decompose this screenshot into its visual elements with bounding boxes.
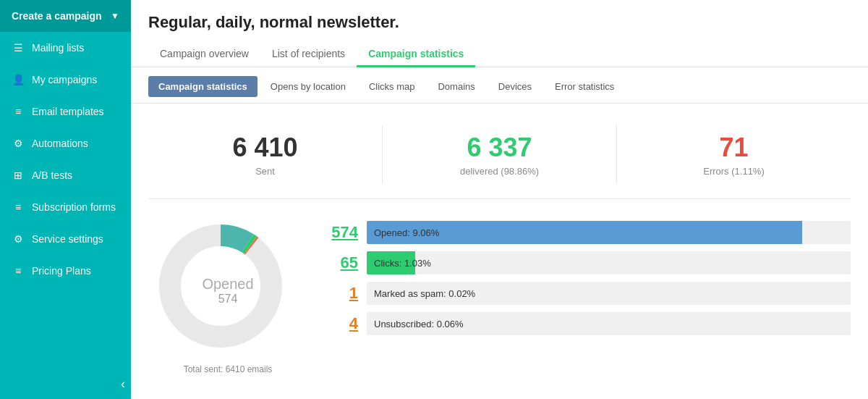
sidebar-item-pricing-plans[interactable]: ≡ Pricing Plans <box>0 255 131 287</box>
sidebar-label-ab-tests: A/B tests <box>32 169 72 181</box>
tab-primary-campaign-statistics[interactable]: Campaign statistics <box>357 42 475 67</box>
tab-primary-campaign-overview[interactable]: Campaign overview <box>148 42 260 67</box>
sidebar-label-email-templates: Email templates <box>32 106 104 117</box>
sidebar-label-mailing-lists: Mailing lists <box>32 42 84 54</box>
sub-tab-clicks-map[interactable]: Clicks map <box>359 76 425 97</box>
metric-row-clicks: 65 Clicks: 1.03% <box>329 251 851 274</box>
donut-center-sub: 574 <box>202 293 253 306</box>
sidebar-icon-mailing-lists: ☰ <box>12 41 25 54</box>
metric-row-unsubscribed: 4 Unsubscribed: 0.06% <box>329 312 851 335</box>
sidebar-icon-automations: ⚙ <box>12 137 25 150</box>
donut-total-label: Total sent: 6410 emails <box>148 364 307 374</box>
sub-tab-opens-by-location[interactable]: Opens by location <box>260 76 356 97</box>
donut-center-label: Opened 574 <box>202 276 253 306</box>
metric-row-opened: 574 Opened: 9.06% <box>329 221 851 244</box>
sidebar-nav: ☰ Mailing lists 👤 My campaigns ≡ Email t… <box>0 32 131 369</box>
sidebar-item-mailing-lists[interactable]: ☰ Mailing lists <box>0 32 131 64</box>
sidebar-item-ab-tests[interactable]: ⊞ A/B tests <box>0 159 131 191</box>
metric-bar-label-spam: Marked as spam: 0.02% <box>367 288 482 299</box>
metric-bar-unsubscribed: Unsubscribed: 0.06% <box>367 312 851 335</box>
stat-errors-label: Errors (1.11%) <box>631 166 836 177</box>
content-area: 6 410 Sent 6 337 delivered (98.86%) 71 E… <box>131 104 868 399</box>
stats-row: 6 410 Sent 6 337 delivered (98.86%) 71 E… <box>148 118 851 199</box>
metric-bar-label-clicks: Clicks: 1.03% <box>367 258 438 269</box>
stat-errors: 71 Errors (1.11%) <box>616 125 851 184</box>
sub-tabs: Campaign statisticsOpens by locationClic… <box>131 67 868 104</box>
sidebar-icon-my-campaigns: 👤 <box>12 73 25 86</box>
sidebar-item-service-settings[interactable]: ⚙ Service settings <box>0 223 131 255</box>
sub-tab-error-statistics[interactable]: Error statistics <box>545 76 624 97</box>
sidebar-label-subscription-forms: Subscription forms <box>32 201 116 213</box>
metric-count-clicks[interactable]: 65 <box>329 253 358 272</box>
sidebar-icon-pricing-plans: ≡ <box>12 264 25 277</box>
sidebar-item-my-campaigns[interactable]: 👤 My campaigns <box>0 64 131 96</box>
metric-bar-opened: Opened: 9.06% <box>367 221 851 244</box>
sidebar-item-subscription-forms[interactable]: ≡ Subscription forms <box>0 191 131 223</box>
stat-sent-value: 6 410 <box>163 133 367 163</box>
stat-sent-label: Sent <box>163 166 367 177</box>
sidebar-label-pricing-plans: Pricing Plans <box>32 265 91 277</box>
sidebar-label-automations: Automations <box>32 138 88 149</box>
sub-tab-campaign-statistics[interactable]: Campaign statistics <box>148 76 258 97</box>
stat-delivered-value: 6 337 <box>397 133 602 163</box>
chart-metrics-row: Opened 574 Total sent: 6410 emails 574 O… <box>148 214 851 374</box>
sidebar-icon-ab-tests: ⊞ <box>12 169 25 182</box>
sidebar-item-automations[interactable]: ⚙ Automations <box>0 127 131 159</box>
sidebar-icon-subscription-forms: ≡ <box>12 201 25 214</box>
sidebar-item-email-templates[interactable]: ≡ Email templates <box>0 96 131 127</box>
stat-delivered: 6 337 delivered (98.86%) <box>382 125 616 184</box>
sidebar: Create a campaign ▼ ☰ Mailing lists 👤 My… <box>0 0 131 399</box>
metric-count-opened[interactable]: 574 <box>329 223 358 242</box>
sidebar-icon-email-templates: ≡ <box>12 105 25 118</box>
sidebar-collapse-button[interactable]: ‹ <box>0 369 131 399</box>
create-campaign-button[interactable]: Create a campaign ▼ <box>0 0 131 32</box>
metric-bar-label-opened: Opened: 9.06% <box>367 227 446 238</box>
metric-row-spam: 1 Marked as spam: 0.02% <box>329 282 851 305</box>
donut-chart: Opened 574 Total sent: 6410 emails <box>148 214 307 374</box>
stat-errors-value: 71 <box>631 133 836 163</box>
page-title: Regular, daily, normal newsletter. <box>148 13 851 32</box>
donut-center-main: Opened <box>202 276 253 293</box>
metrics-list: 574 Opened: 9.06% 65 Clicks: 1.03% 1 Mar… <box>329 214 851 335</box>
sidebar-label-my-campaigns: My campaigns <box>32 74 97 85</box>
sidebar-icon-service-settings: ⚙ <box>12 232 25 245</box>
sidebar-label-service-settings: Service settings <box>32 233 103 245</box>
sub-tab-devices[interactable]: Devices <box>488 76 542 97</box>
create-campaign-label: Create a campaign <box>12 10 102 22</box>
primary-tabs: Campaign overviewList of recipientsCampa… <box>148 42 851 67</box>
main-content: Regular, daily, normal newsletter. Campa… <box>131 0 868 399</box>
stat-sent: 6 410 Sent <box>148 125 382 184</box>
sub-tab-domains[interactable]: Domains <box>427 76 485 97</box>
main-header: Regular, daily, normal newsletter. Campa… <box>131 0 868 67</box>
metric-bar-spam: Marked as spam: 0.02% <box>367 282 851 305</box>
metric-count-unsubscribed[interactable]: 4 <box>329 314 358 333</box>
stat-delivered-label: delivered (98.86%) <box>397 166 602 177</box>
tab-primary-list-of-recipients[interactable]: List of recipients <box>260 42 357 67</box>
metric-bar-clicks: Clicks: 1.03% <box>367 251 851 274</box>
chevron-down-icon: ▼ <box>111 11 119 21</box>
metric-count-spam[interactable]: 1 <box>329 284 358 303</box>
metric-bar-label-unsubscribed: Unsubscribed: 0.06% <box>367 319 471 329</box>
